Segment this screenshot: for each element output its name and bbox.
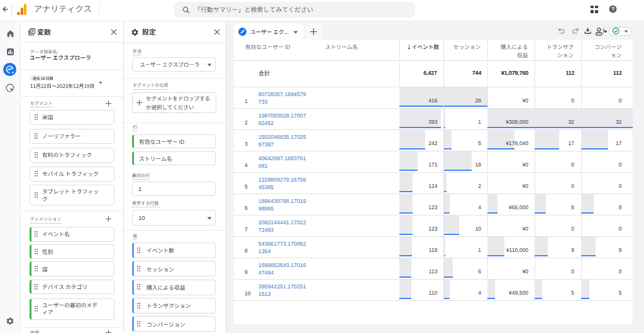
svg-text:?: ?	[611, 6, 614, 13]
